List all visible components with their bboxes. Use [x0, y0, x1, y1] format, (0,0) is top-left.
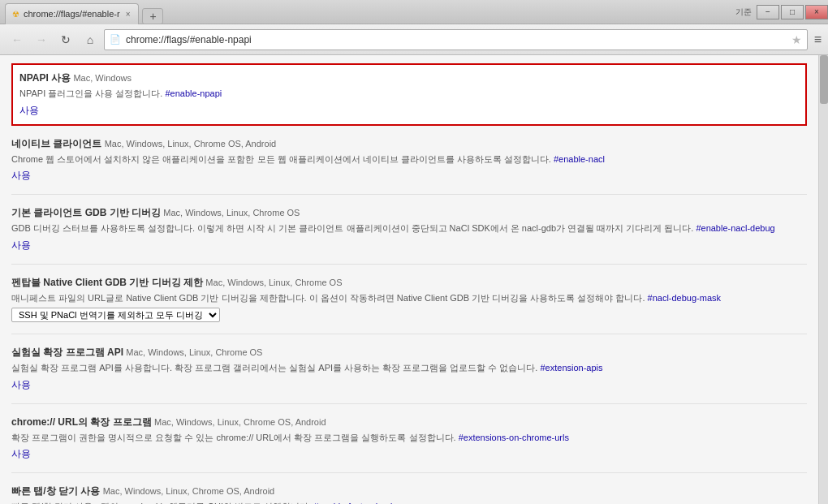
new-tab-button[interactable]: +	[142, 8, 163, 24]
scrollbar[interactable]	[818, 55, 828, 504]
flag-action-npapi[interactable]: 사용	[19, 104, 799, 118]
tab-close-button[interactable]: ×	[124, 8, 132, 20]
flag-action-extension-apis[interactable]: 사용	[11, 378, 807, 392]
flag-platform-nacl-debug: Mac, Windows, Linux, Chrome OS	[163, 208, 300, 218]
flag-action-extensions-on-chrome-urls[interactable]: 사용	[11, 447, 807, 461]
window-controls: 기준 − □ ×	[735, 5, 828, 19]
flag-platform-extensions-on-chrome-urls: Mac, Windows, Linux, Chrome OS, Android	[154, 417, 326, 427]
chrome-menu-button[interactable]: ≡	[814, 32, 822, 47]
flag-dropdown-wrap-nacl-debug-mask: SSH 및 PNaCl 번역기를 제외하고 모두 디버깅모두 디버깅패턴과 일치…	[11, 308, 807, 322]
flag-platform-npapi: Mac, Windows	[73, 73, 132, 83]
content-wrap: NPAPI 사용 Mac, WindowsNPAPI 플러그인을 사용 설정합니…	[0, 55, 828, 504]
flag-title-nacl-debug: 기본 클라이언트 GDB 기반 디버깅 Mac, Windows, Linux,…	[11, 206, 807, 220]
flag-desc-link-nacl-debug-mask[interactable]: #nacl-debug-mask	[648, 293, 722, 303]
flag-platform-extension-apis: Mac, Windows, Linux, Chrome OS	[126, 347, 262, 357]
active-tab[interactable]: ☢ chrome://flags/#enable-r ×	[5, 3, 139, 24]
tab-label: chrome://flags/#enable-r	[24, 9, 120, 19]
flag-desc-extension-apis: 실험실 확장 프로그램 API를 사용합니다. 확장 프로그램 갤러리에서는 실…	[11, 361, 807, 375]
flag-desc-link-extension-apis[interactable]: #extension-apis	[540, 363, 602, 373]
flag-desc-nacl-debug: GDB 디버깅 스터브를 사용하도록 설정합니다. 이렇게 하면 시작 시 기본…	[11, 222, 807, 235]
flag-title-extensions-on-chrome-urls: chrome:// URL의 확장 프로그램 Mac, Windows, Lin…	[11, 416, 807, 429]
flag-desc-link-nacl-debug[interactable]: #enable-nacl-debug	[696, 223, 774, 233]
flag-platform-fast-unload: Mac, Windows, Linux, Chrome OS, Android	[103, 486, 275, 496]
tab-strip: ☢ chrome://flags/#enable-r × +	[5, 0, 163, 24]
flag-select-nacl-debug-mask[interactable]: SSH 및 PNaCl 번역기를 제외하고 모두 디버깅모두 디버깅패턴과 일치…	[11, 308, 220, 322]
flag-item-extension-apis: 실험실 확장 프로그램 API Mac, Windows, Linux, Chr…	[11, 346, 807, 404]
flag-item-extensions-on-chrome-urls: chrome:// URL의 확장 프로그램 Mac, Windows, Lin…	[11, 416, 807, 474]
flag-platform-nacl: Mac, Windows, Linux, Chrome OS, Android	[105, 139, 277, 149]
restore-button[interactable]: □	[781, 5, 804, 19]
page-icon: 📄	[110, 34, 121, 45]
home-button[interactable]: ⌂	[80, 29, 101, 50]
flag-item-nacl: 네이티브 클라이언트 Mac, Windows, Linux, Chrome O…	[11, 137, 807, 196]
forward-button[interactable]: →	[31, 29, 52, 50]
address-bar[interactable]: 📄 ★	[104, 29, 808, 50]
minimize-button[interactable]: −	[757, 5, 779, 19]
flag-desc-link-nacl[interactable]: #enable-nacl	[554, 154, 605, 164]
address-input[interactable]	[126, 34, 787, 45]
flags-content: NPAPI 사용 Mac, WindowsNPAPI 플러그인을 사용 설정합니…	[0, 55, 818, 504]
flag-desc-extensions-on-chrome-urls: 확장 프로그램이 권한을 명시적으로 요청할 수 있는 chrome:// UR…	[11, 431, 807, 445]
flag-action-nacl-debug[interactable]: 사용	[11, 239, 807, 252]
flag-desc-npapi: NPAPI 플러그인을 사용 설정합니다. #enable-npapi	[19, 87, 799, 101]
tab-icon: ☢	[12, 10, 19, 19]
bookmark-star-button[interactable]: ★	[791, 33, 802, 46]
flag-desc-fast-unload: 빠른 탭/창 닫기 사용 - 탭의 onunload js 핸들러를 GUI와 …	[11, 500, 807, 504]
back-button[interactable]: ←	[6, 29, 28, 50]
window-label: 기준	[735, 6, 752, 18]
flag-desc-link-npapi[interactable]: #enable-npapi	[165, 88, 222, 98]
flag-item-nacl-debug: 기본 클라이언트 GDB 기반 디버깅 Mac, Windows, Linux,…	[11, 206, 807, 265]
flag-desc-nacl-debug-mask: 매니페스트 파일의 URL글로 Native Client GDB 기반 디버깅…	[11, 291, 807, 305]
flag-platform-nacl-debug-mask: Mac, Windows, Linux, Chrome OS	[205, 278, 342, 287]
flag-title-nacl-debug-mask: 펜탑블 Native Client GDB 기반 디버깅 제한 Mac, Win…	[11, 276, 807, 290]
close-button[interactable]: ×	[805, 5, 828, 19]
flag-title-fast-unload: 빠른 탭/창 닫기 사용 Mac, Windows, Linux, Chrome…	[11, 485, 807, 498]
reload-button[interactable]: ↻	[55, 29, 76, 50]
nav-bar: ← → ↻ ⌂ 📄 ★ ≡	[0, 24, 828, 55]
flag-item-npapi: NPAPI 사용 Mac, WindowsNPAPI 플러그인을 사용 설정합니…	[11, 63, 807, 126]
flag-title-npapi: NPAPI 사용 Mac, Windows	[19, 71, 799, 85]
flag-desc-link-extensions-on-chrome-urls[interactable]: #extensions-on-chrome-urls	[459, 433, 569, 442]
flag-action-nacl[interactable]: 사용	[11, 169, 807, 183]
flag-title-extension-apis: 실험실 확장 프로그램 API Mac, Windows, Linux, Chr…	[11, 346, 807, 360]
flag-item-nacl-debug-mask: 펜탑블 Native Client GDB 기반 디버깅 제한 Mac, Win…	[11, 276, 807, 335]
flag-item-fast-unload: 빠른 탭/창 닫기 사용 Mac, Windows, Linux, Chrome…	[11, 485, 807, 504]
flag-title-nacl: 네이티브 클라이언트 Mac, Windows, Linux, Chrome O…	[11, 137, 807, 151]
flag-desc-nacl: Chrome 웹 스토어에서 설치하지 않은 애플리케이션을 포함한 모든 웹 …	[11, 153, 807, 166]
title-bar-left: ☢ chrome://flags/#enable-r × +	[5, 0, 163, 24]
scrollbar-thumb[interactable]	[820, 55, 828, 104]
title-bar: ☢ chrome://flags/#enable-r × + 기준 − □ ×	[0, 0, 828, 24]
